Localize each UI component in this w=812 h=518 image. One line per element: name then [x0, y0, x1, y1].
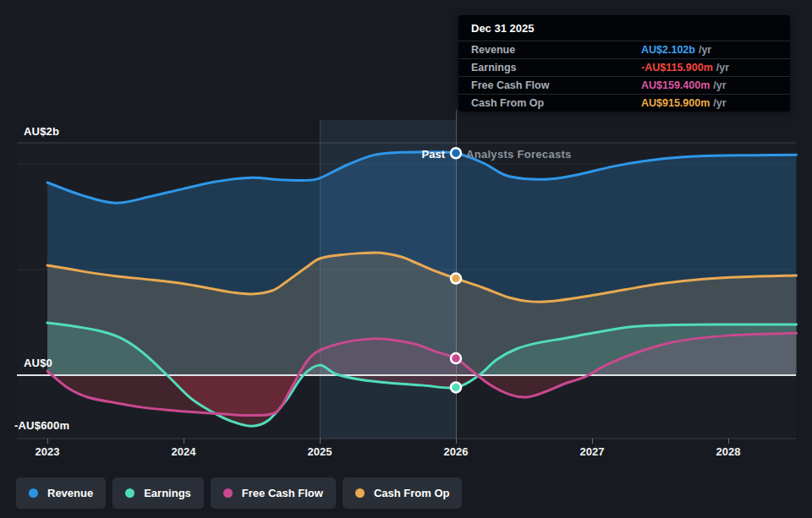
x-tick-label-2027: 2027: [565, 445, 619, 458]
legend-label: Free Cash Flow: [242, 487, 323, 499]
tooltip-row-cash-from-op: Cash From Op AU$915.900m/yr: [458, 94, 790, 112]
x-tick-label-2028: 2028: [701, 445, 755, 458]
x-tick-label-2024: 2024: [156, 445, 211, 458]
revenue-marker[interactable]: [451, 148, 461, 158]
tooltip-row-revenue: Revenue AU$2.102b/yr: [458, 41, 790, 58]
tooltip-value: AU$2.102b: [641, 44, 695, 56]
x-tick-label-2025: 2025: [293, 445, 347, 458]
tooltip-suffix: /yr: [699, 44, 711, 56]
tooltip-label: Free Cash Flow: [471, 79, 549, 91]
tooltip-suffix: /yr: [713, 97, 726, 109]
tooltip-value: -AU$115.900m: [641, 62, 713, 74]
tooltip-date: Dec 31 2025: [458, 15, 790, 41]
cash-from-op-dot-icon: [355, 488, 365, 498]
tooltip-row-free-cash-flow: Free Cash Flow AU$159.400m/yr: [458, 76, 790, 94]
tooltip-row-earnings: Earnings -AU$115.900m/yr: [458, 58, 790, 76]
y-axis-label-neg600m: -AU$600m: [14, 419, 69, 432]
y-axis-label-2b: AU$2b: [24, 125, 59, 138]
legend-label: Earnings: [144, 487, 191, 499]
revenue-dot-icon: [29, 488, 38, 498]
earnings-dot-icon: [125, 488, 134, 498]
legend-label: Revenue: [47, 487, 93, 499]
earnings-marker[interactable]: [451, 382, 461, 392]
tooltip-label: Revenue: [471, 44, 515, 56]
legend-earnings[interactable]: Earnings: [112, 477, 204, 509]
tooltip-suffix: /yr: [713, 79, 726, 91]
tooltip-suffix: /yr: [716, 62, 729, 74]
legend-revenue[interactable]: Revenue: [16, 477, 106, 509]
chart-root: AU$2b AU$0 -AU$600m Past Analysts Foreca…: [0, 0, 812, 518]
analysts-forecasts-label: Analysts Forecasts: [466, 148, 572, 161]
chart-tooltip: Dec 31 2025 Revenue AU$2.102b/yr Earning…: [458, 15, 790, 112]
past-label: Past: [372, 148, 445, 161]
x-tick-label-2026: 2026: [429, 445, 483, 458]
free-cash-flow-dot-icon: [223, 488, 233, 498]
legend-cash-from-op[interactable]: Cash From Op: [343, 477, 463, 509]
tooltip-value: AU$159.400m: [641, 79, 710, 91]
tooltip-value: AU$915.900m: [641, 97, 710, 109]
chart-legend: Revenue Earnings Free Cash Flow Cash Fro…: [16, 477, 462, 509]
y-axis-label-0: AU$0: [24, 357, 52, 369]
tooltip-label: Earnings: [471, 62, 517, 74]
tooltip-label: Cash From Op: [471, 97, 544, 109]
x-tick-label-2023: 2023: [20, 445, 74, 458]
cash_from_op-marker[interactable]: [451, 274, 461, 284]
free_cash_flow-marker[interactable]: [451, 353, 461, 363]
legend-free-cash-flow[interactable]: Free Cash Flow: [211, 477, 336, 509]
legend-label: Cash From Op: [374, 487, 450, 499]
